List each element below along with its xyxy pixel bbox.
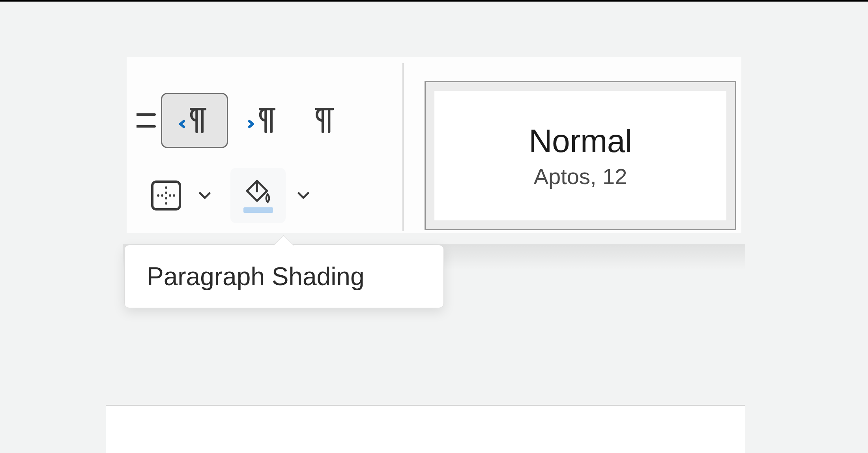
pilcrow-icon bbox=[305, 103, 340, 138]
chevron-down-icon bbox=[198, 188, 212, 203]
chevron-down-icon bbox=[296, 188, 311, 203]
svg-point-10 bbox=[173, 194, 175, 197]
svg-point-8 bbox=[161, 194, 163, 197]
svg-point-9 bbox=[169, 194, 171, 197]
svg-point-5 bbox=[165, 197, 167, 199]
svg-point-4 bbox=[165, 192, 167, 194]
style-name-label: Normal bbox=[529, 122, 632, 160]
svg-rect-2 bbox=[152, 182, 180, 209]
left-to-right-text-direction-button[interactable] bbox=[161, 93, 228, 148]
shading-color-indicator bbox=[243, 207, 273, 213]
style-normal-card[interactable]: Normal Aptos, 12 bbox=[425, 81, 736, 230]
tooltip-text: Paragraph Shading bbox=[147, 262, 365, 291]
tooltip: Paragraph Shading bbox=[124, 245, 444, 308]
style-font-label: Aptos, 12 bbox=[534, 164, 627, 189]
right-to-left-text-direction-button[interactable] bbox=[232, 93, 295, 148]
document-area[interactable] bbox=[106, 406, 745, 453]
paint-bucket-icon bbox=[243, 178, 273, 208]
borders-icon bbox=[148, 178, 184, 213]
paragraph-shading-button[interactable] bbox=[230, 168, 286, 223]
list-icon bbox=[137, 111, 156, 130]
shading-button-group bbox=[230, 168, 317, 223]
show-hide-paragraph-marks-button[interactable] bbox=[295, 93, 350, 148]
ribbon-paragraph-section: Normal Aptos, 12 Paragraph Shading bbox=[127, 57, 741, 233]
borders-button[interactable] bbox=[148, 178, 184, 213]
shading-dropdown-button[interactable] bbox=[290, 178, 317, 213]
list-button-partial[interactable] bbox=[135, 107, 159, 134]
svg-point-6 bbox=[165, 202, 167, 205]
borders-dropdown-button[interactable] bbox=[191, 178, 219, 213]
paragraph-bottom-row bbox=[148, 168, 317, 223]
style-card-content: Normal Aptos, 12 bbox=[434, 91, 726, 220]
right-to-left-pilcrow-icon bbox=[246, 103, 281, 138]
tooltip-arrow bbox=[274, 235, 294, 256]
left-to-right-pilcrow-icon bbox=[177, 103, 212, 138]
paragraph-top-row bbox=[135, 93, 350, 148]
ribbon-group-divider bbox=[402, 63, 404, 231]
svg-point-3 bbox=[165, 186, 167, 189]
svg-point-7 bbox=[157, 194, 159, 197]
